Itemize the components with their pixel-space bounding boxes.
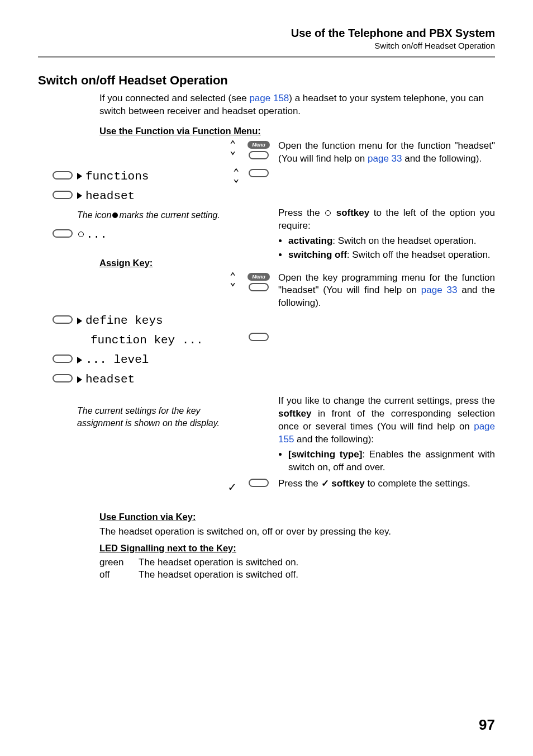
display-ellipsis: ...: [86, 228, 107, 241]
intro-text-a: If you connected and selected (see: [99, 93, 249, 103]
header-title: Use of the Telephone and PBX System: [38, 27, 495, 40]
page-number: 97: [479, 716, 495, 734]
led-row-off: off The headset operation is switched of…: [99, 569, 495, 580]
open-function-menu-text: Open the function menu for the function …: [278, 140, 495, 166]
led-row-green: green The headset operation is switched …: [99, 557, 495, 568]
pointer-icon: [77, 314, 85, 327]
softkey-icon: [249, 151, 269, 159]
current-settings-note: The current settings for the key assignm…: [77, 405, 239, 429]
section-heading: Switch on/off Headset Operation: [38, 73, 495, 88]
display-function-key: function key ...: [91, 334, 203, 347]
softkey-icon: [53, 229, 73, 238]
icon-note-b: marks the current setting.: [119, 209, 220, 221]
softkey-icon: [53, 355, 73, 363]
page-link[interactable]: page 33: [421, 285, 458, 295]
pointer-icon: [77, 373, 85, 386]
header-subtitle: Switch on/off Headset Operation: [38, 41, 495, 50]
softkey-icon: [53, 171, 73, 179]
press-softkey-text: Press the softkey to the left of the opt…: [278, 207, 495, 263]
open-dot-icon: [78, 231, 84, 237]
icon-note-a: The icon: [77, 209, 111, 221]
led-label: green: [99, 557, 139, 568]
led-label: off: [99, 569, 139, 580]
updown-icon: ⌃⌄: [230, 142, 236, 154]
updown-icon: ⌃⌄: [230, 274, 236, 286]
filled-dot-icon: [112, 212, 118, 218]
softkey-icon: [53, 191, 73, 199]
checkmark-icon: ✓: [229, 480, 236, 495]
pointer-icon: [77, 353, 85, 366]
bullet-activating: activating: Switch on the headset operat…: [288, 235, 495, 248]
softkey-icon: [249, 333, 269, 341]
led-signalling-title: LED Signalling next to the Key:: [99, 543, 495, 554]
open-dot-icon: [325, 210, 331, 216]
led-text: The headset operation is switched on.: [139, 557, 298, 568]
pointer-icon: [77, 190, 85, 202]
function-menu-title: Use the Function via Function Menu:: [99, 126, 495, 136]
display-functions: functions: [85, 170, 149, 183]
menu-button-icon: Menu: [248, 273, 270, 281]
led-text: The headset operation is switched off.: [139, 569, 298, 580]
softkey-icon: [53, 374, 73, 382]
softkey-icon: [53, 315, 73, 324]
display-headset: headset: [85, 190, 135, 202]
pointer-icon: [77, 170, 85, 183]
bullet-switching-off: switching off: Switch off the headset op…: [288, 249, 495, 262]
display-headset: headset: [85, 373, 135, 386]
intro-paragraph: If you connected and selected (see page …: [99, 92, 495, 118]
softkey-icon: [249, 283, 269, 291]
page-link[interactable]: page 33: [368, 153, 402, 164]
intro-page-link[interactable]: page 158: [249, 93, 289, 103]
softkey-icon: [249, 479, 269, 487]
menu-button-icon: Menu: [248, 141, 270, 149]
open-key-programming-text: Open the key programming menu for the fu…: [278, 272, 495, 310]
display-define-keys: define keys: [85, 314, 163, 327]
header-rule: [38, 56, 495, 58]
checkmark-icon: ✓: [321, 478, 329, 489]
softkey-icon: [249, 169, 269, 177]
use-function-via-key-text: The headset operation is switched on, of…: [99, 526, 495, 538]
use-function-via-key-title: Use Function via Key:: [99, 512, 495, 522]
complete-settings-text: Press the ✓ softkey to complete the sett…: [278, 478, 495, 490]
display-level: ... level: [85, 353, 149, 366]
bullet-switching-type: [switching type]: Enables the assignment…: [288, 448, 495, 474]
change-settings-text: If you like to change the current settin…: [278, 395, 495, 475]
updown-icon: ⌃⌄: [233, 170, 239, 182]
